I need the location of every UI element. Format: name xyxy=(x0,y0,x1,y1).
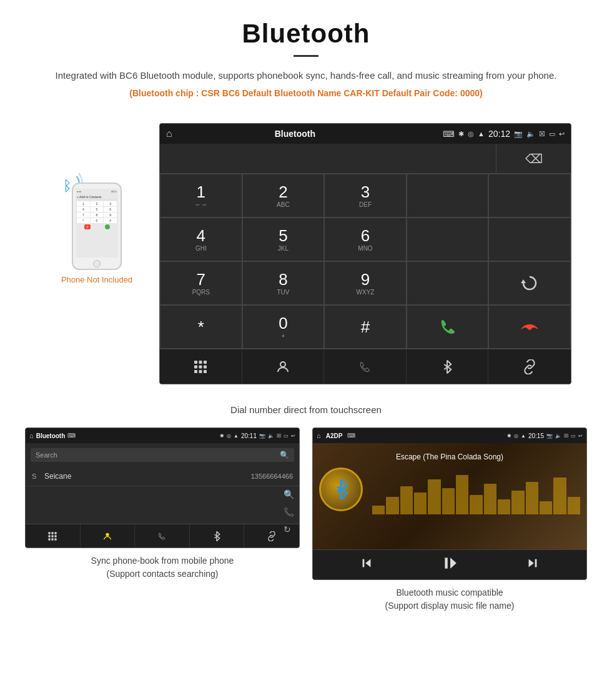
pb-cam-icon: 📷 xyxy=(259,433,265,439)
prev-track-button[interactable] xyxy=(360,556,373,573)
redial-button[interactable] xyxy=(488,261,571,305)
eq-bar-11 xyxy=(511,491,524,515)
nav-contacts[interactable] xyxy=(242,349,325,384)
nav-link[interactable] xyxy=(488,349,571,384)
pb-back-icon: ↩ xyxy=(291,433,295,439)
phone-mini-key-4: 4 xyxy=(77,207,90,212)
phonebook-screen: ⌂ Bluetooth ⌨ ✱ ◎ ▲ 20:11 📷 🔈 ☒ ▭ ↩ xyxy=(25,428,300,548)
search-bar: Search 🔍 xyxy=(31,448,294,462)
refresh-side-icon: ↻ xyxy=(284,524,294,534)
play-pause-button[interactable] xyxy=(442,555,458,574)
svg-rect-12 xyxy=(49,532,51,534)
key-5[interactable]: 5 JKL xyxy=(242,218,325,261)
pb-bottom-nav xyxy=(26,524,299,548)
music-caption-line1: Bluetooth music compatible xyxy=(396,588,503,598)
music-controls xyxy=(313,549,586,579)
music-statusbar: ⌂ A2DP ⌨ ✱ ◎ ▲ 20:15 📷 🔈 ☒ ▭ ↩ xyxy=(313,428,586,443)
phonebook-caption-line1: Sync phone-book from mobile phone xyxy=(91,556,234,566)
next-track-button[interactable] xyxy=(526,556,540,573)
music-panel: ⌂ A2DP ⌨ ✱ ◎ ▲ 20:15 📷 🔈 ☒ ▭ ↩ Escape (T… xyxy=(312,428,587,612)
phone-body: ●●●MSG + Add to Contacts 1 2 3 4 5 6 7 8… xyxy=(72,182,122,270)
phone-mini-key-7: 7 xyxy=(77,212,90,218)
music-content: Escape (The Pina Colada Song) xyxy=(313,443,586,549)
volume-icon: 🔈 xyxy=(526,130,535,138)
pb-vol-icon: 🔈 xyxy=(268,433,274,439)
music-bt-icon: ✱ xyxy=(507,433,511,439)
music-screen: ⌂ A2DP ⌨ ✱ ◎ ▲ 20:15 📷 🔈 ☒ ▭ ↩ Escape (T… xyxy=(312,428,587,580)
link-nav-icon xyxy=(522,359,537,374)
phonebook-statusbar: ⌂ Bluetooth ⌨ ✱ ◎ ▲ 20:11 📷 🔈 ☒ ▭ ↩ xyxy=(26,428,299,443)
music-sig-icon: ▲ xyxy=(521,433,526,439)
music-x-icon: ☒ xyxy=(564,433,568,439)
key-3[interactable]: 3 DEF xyxy=(324,174,407,218)
key-hash[interactable]: # xyxy=(324,305,407,349)
svg-rect-9 xyxy=(199,370,202,373)
svg-rect-16 xyxy=(52,535,54,537)
call-button[interactable] xyxy=(407,305,489,349)
key-8[interactable]: 8 TUV xyxy=(242,261,325,305)
svg-text:ᛒ: ᛒ xyxy=(63,178,72,194)
phone-screen: ●●●MSG + Add to Contacts 1 2 3 4 5 6 7 8… xyxy=(76,189,118,258)
pb-loc-icon: ◎ xyxy=(227,433,231,439)
eq-bar-6 xyxy=(442,488,455,514)
phone-mini-key-0: 0 xyxy=(91,218,104,223)
key-0[interactable]: 0 + xyxy=(242,305,325,349)
phone-mini-key-6: 6 xyxy=(104,207,117,212)
nav-phone[interactable] xyxy=(324,349,407,384)
phone-action-buttons: ✗ xyxy=(77,224,117,229)
backspace-button[interactable]: ⌫ xyxy=(496,144,571,173)
key-7[interactable]: 7 PQRS xyxy=(160,261,242,305)
pb-win-icon: ▭ xyxy=(284,433,289,439)
pb-bluetooth-icon xyxy=(212,531,221,542)
music-loc-icon: ◎ xyxy=(514,433,518,439)
svg-marker-1 xyxy=(521,279,526,283)
pb-status-right: ✱ ◎ ▲ 20:11 📷 🔈 ☒ ▭ ↩ xyxy=(220,432,295,439)
pb-nav-contacts-active[interactable] xyxy=(81,524,136,548)
key-1[interactable]: 1 ∽ ∽ xyxy=(160,174,242,218)
camera-icon: 📷 xyxy=(514,130,523,138)
svg-rect-10 xyxy=(204,370,207,373)
key-2[interactable]: 2 ABC xyxy=(242,174,325,218)
pb-nav-bluetooth[interactable] xyxy=(190,524,245,548)
phone-end-btn: ✗ xyxy=(84,224,91,229)
phone-keypad-mini: 1 2 3 4 5 6 7 8 9 * 0 # xyxy=(77,201,117,223)
key-4[interactable]: 4 GHI xyxy=(160,218,242,261)
svg-rect-19 xyxy=(52,538,54,540)
contact-list-space: 🔍 📞 ↻ xyxy=(26,486,299,524)
phone-side-icon: 📞 xyxy=(284,507,294,517)
pb-nav-phone[interactable] xyxy=(135,524,190,548)
contact-row: S Seicane 13566664466 xyxy=(26,467,299,486)
phone-illustration: ᛒ ●●●MSG + Add to Contacts 1 2 3 4 xyxy=(62,161,131,270)
x-icon: ☒ xyxy=(539,130,545,138)
pb-nav-dialpad[interactable] xyxy=(26,524,81,548)
music-time: 20:15 xyxy=(528,432,544,439)
end-call-button[interactable] xyxy=(488,305,571,349)
key-9[interactable]: 9 WXYZ xyxy=(324,261,407,305)
page-title: Bluetooth xyxy=(37,19,575,49)
eq-bar-10 xyxy=(498,499,510,515)
redial-icon xyxy=(520,273,540,293)
key-6[interactable]: 6 MNO xyxy=(324,218,407,261)
equalizer-bars xyxy=(372,471,580,514)
pb-contacts-icon xyxy=(102,531,112,541)
eq-bar-7 xyxy=(456,475,468,514)
search-side-icon: 🔍 xyxy=(284,489,294,499)
key-empty-1 xyxy=(407,174,489,218)
svg-rect-8 xyxy=(194,370,197,373)
phone-not-included-label: Phone Not Included xyxy=(61,275,132,284)
contact-name: Seicane xyxy=(44,472,251,481)
contacts-icon xyxy=(275,359,290,374)
phone-call-btn xyxy=(105,224,110,229)
dial-bottom-nav xyxy=(160,349,571,384)
nav-bluetooth[interactable] xyxy=(407,349,489,384)
key-star[interactable]: * xyxy=(160,305,242,349)
music-vol-icon: 🔈 xyxy=(555,433,561,439)
back-icon: ↩ xyxy=(559,130,565,138)
page-specs: (Bluetooth chip : CSR BC6 Default Blueto… xyxy=(37,88,575,98)
key-empty-2 xyxy=(488,174,571,218)
dial-screen: ⌂ Bluetooth ⌨ ✱ ◎ ▲ 20:12 📷 🔈 ☒ ▭ ↩ ⌫ xyxy=(159,123,571,384)
status-title: Bluetooth xyxy=(159,129,439,139)
nav-dialpad[interactable] xyxy=(160,349,242,384)
phone-mini-key-8: 8 xyxy=(91,212,104,218)
status-time: 20:12 xyxy=(488,129,510,139)
